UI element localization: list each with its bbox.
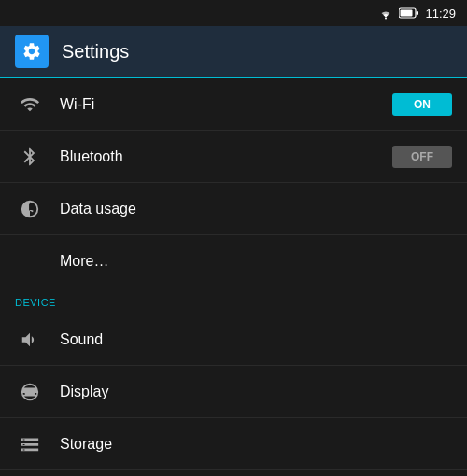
- bluetooth-toggle[interactable]: OFF: [392, 146, 452, 168]
- sound-item[interactable]: Sound: [0, 314, 467, 366]
- more-item[interactable]: More…: [0, 235, 467, 287]
- svg-rect-3: [417, 11, 419, 15]
- settings-list: Wi-Fi ON Bluetooth OFF Data usage More… …: [0, 78, 467, 476]
- data-usage-icon: [15, 199, 45, 219]
- wifi-item[interactable]: Wi-Fi ON: [0, 78, 467, 131]
- display-icon: [15, 382, 45, 402]
- settings-gear-icon: [21, 41, 42, 62]
- svg-point-0: [385, 17, 387, 19]
- display-label: Display: [60, 384, 452, 400]
- bluetooth-label: Bluetooth: [60, 148, 392, 165]
- app-header: Settings: [0, 26, 467, 78]
- battery-status-icon: [399, 7, 419, 20]
- storage-label: Storage: [60, 436, 452, 453]
- bluetooth-icon: [15, 147, 45, 167]
- bluetooth-item[interactable]: Bluetooth OFF: [0, 131, 467, 183]
- sound-icon: [15, 329, 45, 350]
- more-label: More…: [60, 253, 452, 270]
- wifi-toggle[interactable]: ON: [392, 93, 452, 116]
- device-section-header: DEVICE: [0, 287, 467, 314]
- storage-item[interactable]: Storage: [0, 418, 467, 470]
- display-item[interactable]: Display: [0, 366, 467, 418]
- battery-item[interactable]: Battery: [0, 470, 467, 476]
- sound-label: Sound: [60, 331, 452, 348]
- wifi-status-icon: [378, 7, 393, 20]
- page-title: Settings: [62, 41, 129, 63]
- wifi-label: Wi-Fi: [60, 96, 392, 113]
- data-usage-item[interactable]: Data usage: [0, 183, 467, 235]
- status-icons: 11:29: [378, 7, 456, 21]
- storage-icon: [15, 434, 45, 455]
- wifi-icon: [15, 94, 45, 115]
- status-bar: 11:29: [0, 0, 467, 26]
- svg-rect-2: [401, 9, 413, 16]
- data-usage-label: Data usage: [60, 201, 452, 217]
- settings-app-icon: [15, 35, 49, 68]
- status-time: 11:29: [425, 7, 456, 21]
